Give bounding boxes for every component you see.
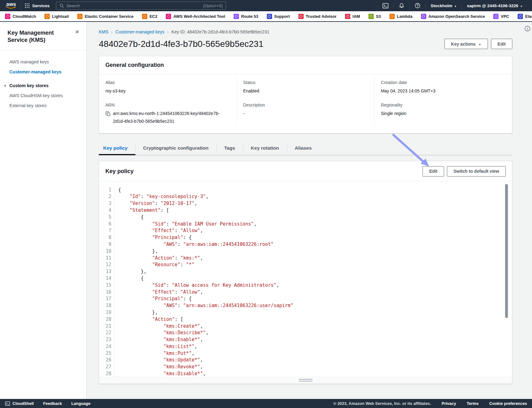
favorite-item[interactable]: Lambda xyxy=(389,14,413,19)
line-number: 21 xyxy=(99,323,111,330)
favorite-label: Lightsail xyxy=(52,14,68,19)
footer-link-cookie-preferences[interactable]: Cookie preferences xyxy=(489,401,527,406)
sidebar-item-label: AWS managed keys xyxy=(9,59,49,64)
sidebar-item-customer-managed-keys[interactable]: Customer-managed keys xyxy=(0,67,86,77)
code-line: "kms:Revoke*", xyxy=(118,364,512,371)
content-column: KMS›Customer-managed keys›Key ID: 48402e… xyxy=(99,29,512,384)
footer-link-terms[interactable]: Terms xyxy=(467,401,479,406)
code-line: "kms:Put*", xyxy=(118,350,512,357)
favorite-item[interactable]: EC2 xyxy=(142,14,157,19)
policy-code: { "Id": "key-consolepolicy-3", "Version"… xyxy=(114,182,512,377)
line-number: 10 xyxy=(99,248,111,255)
line-number: 8 xyxy=(99,234,111,241)
code-line: }, xyxy=(118,268,512,275)
key-actions-button[interactable]: Key actions xyxy=(444,39,488,49)
line-number: 4 xyxy=(99,207,111,214)
favorite-item[interactable]: Elastic Container Service xyxy=(77,14,134,19)
key-policy-title: Key policy xyxy=(105,168,134,175)
config-field: ARNarn:aws:kms:eu-north-1:244541063226:k… xyxy=(105,102,230,125)
config-column: Creation dateMay 04, 2023 14:05 GMT+3Reg… xyxy=(374,75,512,126)
tab-key-rotation[interactable]: Key rotation xyxy=(243,142,287,155)
line-number: 28 xyxy=(99,371,111,376)
tab-tags[interactable]: Tags xyxy=(216,142,243,155)
sidebar-title: Key Management Service (KMS) xyxy=(8,29,65,44)
sidebar-item-aws-managed-keys[interactable]: AWS managed keys xyxy=(0,57,86,67)
tab-key-policy[interactable]: Key policy xyxy=(99,142,135,155)
copy-icon[interactable] xyxy=(105,111,110,119)
info-panel-toggle[interactable] xyxy=(524,26,530,33)
code-line: { xyxy=(118,214,512,221)
switch-default-view-button[interactable]: Switch to default view xyxy=(447,166,506,177)
field-value: my-s3-key xyxy=(105,87,230,95)
key-policy-actions: Edit Switch to default view xyxy=(423,166,506,177)
code-line: "kms:Create*", xyxy=(118,323,512,330)
edit-key-button[interactable]: Edit xyxy=(491,39,512,49)
line-number: 3 xyxy=(99,200,111,207)
code-line: "AWS": "arn:aws:iam::244541063226:root" xyxy=(118,241,512,248)
code-line: "Sid": "Enable IAM User Permissions", xyxy=(118,221,512,228)
breadcrumb-item[interactable]: KMS xyxy=(99,29,108,34)
tab-aliases[interactable]: Aliases xyxy=(287,142,319,155)
page-header: 48402e7b-2d1d-4fe3-b7b0-565e9b5ec231 Key… xyxy=(99,39,512,49)
services-menu-button[interactable]: Services xyxy=(25,3,50,8)
edit-policy-label: Edit xyxy=(429,169,437,174)
field-value: Enabled xyxy=(243,87,368,95)
favorite-item[interactable]: ElastiCache xyxy=(518,14,532,19)
footer-feedback-label: Feedback xyxy=(43,401,62,406)
sidebar-item-label: AWS CloudHSM key stores xyxy=(9,93,63,98)
account-menu[interactable]: sapirm @ 2445-4106-3226 xyxy=(462,3,528,8)
sidebar-item-custom-key-stores[interactable]: ▼Custom key stores xyxy=(0,81,86,91)
favorite-item[interactable]: CloudWatch xyxy=(5,14,36,19)
region-selector[interactable]: Stockholm xyxy=(426,3,462,8)
config-field: Aliasmy-s3-key xyxy=(105,80,230,95)
sidebar-item-label: External key stores xyxy=(9,103,47,108)
favorite-item[interactable]: IAM xyxy=(345,14,360,19)
iam-icon xyxy=(345,14,350,19)
footer-copyright: © 2023, Amazon Web Services, Inc. or its… xyxy=(333,401,431,406)
notifications-button[interactable] xyxy=(394,3,409,8)
info-icon xyxy=(524,26,530,32)
cloudshell-terminal-icon xyxy=(5,401,10,406)
breadcrumb-item[interactable]: Customer-managed keys xyxy=(115,29,164,34)
favorite-item[interactable]: Support xyxy=(267,14,290,19)
editor-scrollbar[interactable] xyxy=(505,184,508,318)
line-number: 12 xyxy=(99,261,111,268)
favorite-item[interactable]: AWS Well-Architected Tool xyxy=(166,14,225,19)
favorite-item[interactable]: Route 53 xyxy=(234,14,258,19)
code-line: "Action": "kms:*", xyxy=(118,255,512,262)
edit-policy-button[interactable]: Edit xyxy=(423,166,444,177)
favorite-label: Elastic Container Service xyxy=(85,14,134,19)
tab-cryptographic-configuration[interactable]: Cryptographic configuration xyxy=(135,142,216,155)
search-input[interactable]: Search [Option+S] xyxy=(56,2,226,10)
favorites-bar: CloudWatchLightsailElastic Container Ser… xyxy=(0,11,532,22)
favorite-item[interactable]: S3 xyxy=(368,14,381,19)
favorite-item[interactable]: Trusted Advisor xyxy=(298,14,337,19)
sidebar-item-external-key-stores[interactable]: External key stores xyxy=(0,101,86,111)
breadcrumb-separator-icon: › xyxy=(164,29,171,34)
field-label: Description xyxy=(243,102,368,107)
footer-link-privacy[interactable]: Privacy xyxy=(442,401,456,406)
breadcrumb: KMS›Customer-managed keys›Key ID: 48402e… xyxy=(99,29,512,34)
code-line: "Effect": "Allow", xyxy=(118,227,512,234)
elasticache-icon xyxy=(518,14,523,19)
footer-cloudshell-button[interactable]: CloudShell xyxy=(5,401,34,406)
sidebar-item-aws-cloudhsm-key-stores[interactable]: AWS CloudHSM key stores xyxy=(0,91,86,101)
close-icon[interactable]: ✕ xyxy=(75,29,79,35)
cloudshell-terminal-icon xyxy=(383,3,388,8)
resize-handle-icon[interactable] xyxy=(299,379,312,381)
favorite-item[interactable]: Lightsail xyxy=(44,14,68,19)
aws-logo[interactable]: aws xyxy=(4,2,17,10)
favorite-label: S3 xyxy=(376,14,381,19)
line-number-gutter: 1234567891011121314151617181920212223242… xyxy=(99,182,114,377)
footer-right: © 2023, Amazon Web Services, Inc. or its… xyxy=(333,401,527,406)
favorite-item[interactable]: VPC xyxy=(493,14,509,19)
footer-feedback-button[interactable]: Feedback xyxy=(43,401,62,406)
chevron-down-icon xyxy=(454,3,457,8)
policy-code-editor[interactable]: 1234567891011121314151617181920212223242… xyxy=(99,182,512,377)
footer-language-button[interactable]: Language xyxy=(71,401,90,406)
field-value: arn:aws:kms:eu-north-1:244541063226:key/… xyxy=(105,110,230,125)
favorite-item[interactable]: Amazon OpenSearch Service xyxy=(421,14,485,19)
cloudshell-button[interactable] xyxy=(377,3,393,8)
help-button[interactable] xyxy=(410,3,425,8)
key-policy-panel: Key policy Edit Switch to default view 1… xyxy=(99,161,512,384)
